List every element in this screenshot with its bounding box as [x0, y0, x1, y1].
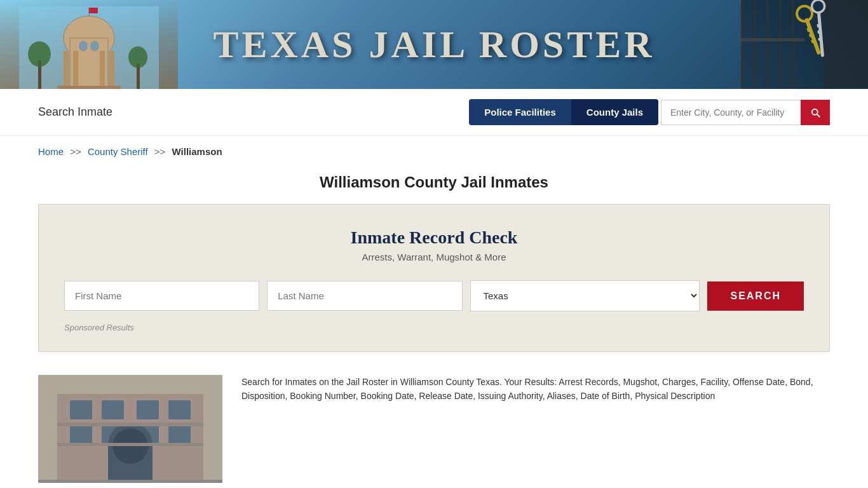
page-title: Williamson County Jail Inmates	[38, 173, 830, 191]
svg-rect-24	[817, 24, 820, 27]
svg-rect-37	[137, 400, 159, 419]
svg-rect-30	[779, 0, 782, 89]
svg-rect-5	[100, 51, 105, 89]
svg-rect-35	[70, 400, 92, 419]
search-inmate-label: Search Inmate	[38, 105, 112, 119]
search-icon	[810, 107, 821, 118]
svg-rect-6	[109, 51, 114, 89]
breadcrumb-county-sheriff[interactable]: County Sheriff	[88, 146, 148, 157]
banner-title: TEXAS JAIL ROSTER	[213, 23, 654, 67]
capitol-building-image	[0, 0, 178, 89]
svg-rect-46	[57, 423, 203, 426]
breadcrumb-home[interactable]: Home	[38, 146, 64, 157]
svg-rect-36	[102, 400, 124, 419]
breadcrumb-current: Williamson	[172, 146, 222, 157]
keys-image	[741, 0, 868, 89]
page-title-section: Williamson County Jail Inmates	[0, 167, 868, 204]
svg-rect-31	[792, 0, 794, 89]
nav-search-box	[661, 100, 830, 125]
sponsored-results-label: Sponsored Results	[64, 323, 804, 332]
county-jails-button[interactable]: County Jails	[571, 99, 658, 125]
state-select[interactable]: AlabamaAlaskaArizonaArkansasCaliforniaCo…	[470, 280, 700, 311]
svg-rect-48	[38, 480, 222, 483]
svg-rect-4	[73, 51, 78, 89]
record-check-title: Inmate Record Check	[64, 227, 804, 248]
header-banner: TEXAS JAIL ROSTER	[0, 0, 868, 89]
nav-right: Police Facilities County Jails	[469, 99, 830, 125]
svg-rect-42	[168, 426, 191, 445]
last-name-input[interactable]	[267, 281, 462, 311]
svg-rect-27	[741, 0, 743, 89]
breadcrumb-sep1: >>	[70, 146, 81, 157]
building-image	[38, 375, 222, 483]
bottom-content: Search for Inmates on the Jail Roster in…	[0, 365, 868, 488]
svg-rect-47	[57, 443, 203, 446]
svg-rect-38	[168, 400, 191, 419]
svg-rect-32	[741, 38, 804, 41]
record-check-box: Inmate Record Check Arrests, Warrant, Mu…	[38, 204, 830, 352]
svg-rect-28	[754, 0, 756, 89]
svg-rect-29	[766, 0, 769, 89]
record-search-button[interactable]: SEARCH	[707, 281, 804, 311]
record-check-form: AlabamaAlaskaArizonaArkansasCaliforniaCo…	[64, 280, 804, 311]
svg-rect-25	[817, 30, 820, 34]
svg-point-15	[128, 46, 147, 68]
svg-rect-7	[57, 86, 121, 89]
svg-rect-3	[64, 51, 69, 89]
svg-rect-10	[79, 41, 87, 51]
record-check-subtitle: Arrests, Warrant, Mugshot & More	[64, 252, 804, 262]
breadcrumb-sep2: >>	[154, 146, 166, 157]
first-name-input[interactable]	[64, 281, 259, 311]
breadcrumb: Home >> County Sheriff >> Williamson	[0, 136, 868, 167]
building-facade	[38, 375, 222, 483]
svg-rect-26	[818, 37, 822, 41]
bottom-description: Search for Inmates on the Jail Roster in…	[241, 375, 830, 403]
svg-rect-9	[89, 8, 98, 13]
svg-rect-11	[91, 41, 98, 51]
police-facilities-button[interactable]: Police Facilities	[469, 99, 571, 125]
svg-rect-39	[70, 426, 92, 445]
svg-point-23	[811, 0, 825, 13]
facility-search-button[interactable]	[801, 100, 830, 125]
nav-bar: Search Inmate Police Facilities County J…	[0, 89, 868, 136]
svg-rect-16	[824, 0, 868, 89]
svg-point-13	[28, 41, 51, 67]
facility-search-input[interactable]	[661, 100, 801, 125]
